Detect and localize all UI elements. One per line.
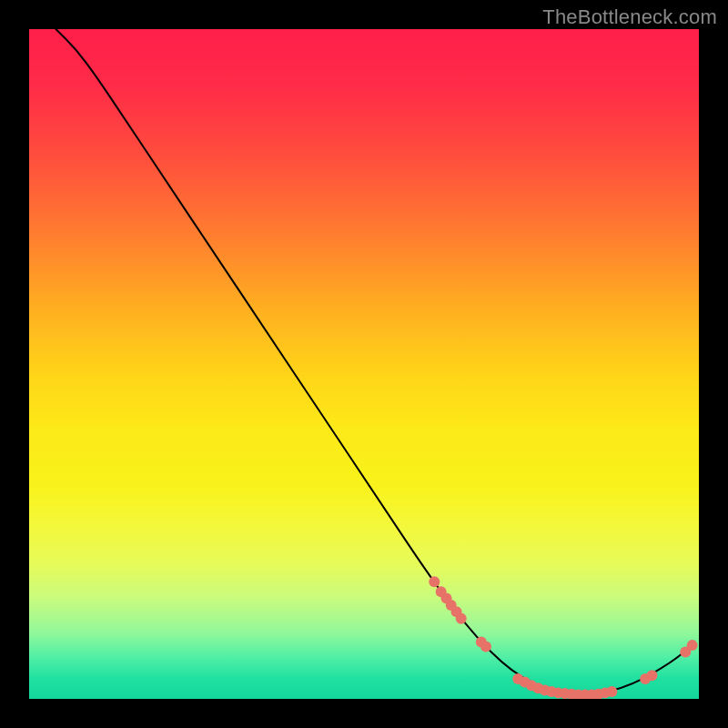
data-point (480, 642, 491, 652)
chart-svg (29, 29, 699, 699)
data-point (456, 613, 467, 624)
chart-markers (429, 576, 697, 699)
data-point (429, 576, 440, 587)
data-point (646, 670, 657, 681)
chart-curve (56, 29, 692, 694)
data-point (687, 640, 698, 651)
chart-plot-area (29, 29, 699, 699)
data-point (606, 686, 617, 697)
watermark-text: TheBottleneck.com (542, 5, 717, 29)
